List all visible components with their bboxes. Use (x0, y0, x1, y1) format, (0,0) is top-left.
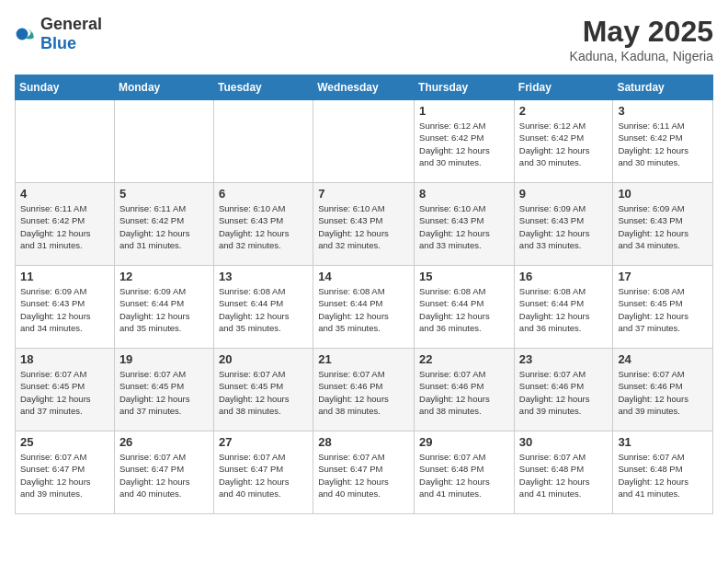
calendar-table: SundayMondayTuesdayWednesdayThursdayFrid… (15, 75, 713, 514)
calendar-week-row: 1Sunrise: 6:12 AMSunset: 6:42 PMDaylight… (16, 100, 713, 183)
calendar-cell: 8Sunrise: 6:10 AMSunset: 6:43 PMDaylight… (415, 183, 515, 266)
day-info: Sunrise: 6:07 AMSunset: 6:47 PMDaylight:… (318, 451, 409, 500)
calendar-cell: 5Sunrise: 6:11 AMSunset: 6:42 PMDaylight… (114, 183, 213, 266)
calendar-cell: 2Sunrise: 6:12 AMSunset: 6:42 PMDaylight… (514, 100, 613, 183)
day-of-week-header: Saturday (613, 75, 713, 100)
day-of-week-header: Wednesday (313, 75, 415, 100)
calendar-week-row: 11Sunrise: 6:09 AMSunset: 6:43 PMDayligh… (16, 266, 713, 349)
day-info: Sunrise: 6:12 AMSunset: 6:42 PMDaylight:… (419, 120, 509, 168)
day-info: Sunrise: 6:10 AMSunset: 6:43 PMDaylight:… (318, 202, 409, 251)
calendar-cell: 14Sunrise: 6:08 AMSunset: 6:44 PMDayligh… (313, 266, 415, 349)
calendar-cell: 29Sunrise: 6:07 AMSunset: 6:48 PMDayligh… (415, 431, 515, 514)
day-info: Sunrise: 6:08 AMSunset: 6:44 PMDaylight:… (318, 285, 409, 334)
page-header: General Blue May 2025 Kaduna, Kaduna, Ni… (15, 15, 713, 63)
title-block: May 2025 Kaduna, Kaduna, Nigeria (570, 15, 713, 63)
calendar-cell: 28Sunrise: 6:07 AMSunset: 6:47 PMDayligh… (313, 431, 415, 514)
calendar-cell: 16Sunrise: 6:08 AMSunset: 6:44 PMDayligh… (514, 266, 613, 349)
calendar-cell: 18Sunrise: 6:07 AMSunset: 6:45 PMDayligh… (16, 349, 115, 431)
calendar-cell: 11Sunrise: 6:09 AMSunset: 6:43 PMDayligh… (16, 266, 115, 349)
day-number: 8 (419, 187, 509, 201)
day-info: Sunrise: 6:07 AMSunset: 6:45 PMDaylight:… (119, 368, 209, 417)
day-info: Sunrise: 6:07 AMSunset: 6:48 PMDaylight:… (519, 451, 609, 500)
day-info: Sunrise: 6:07 AMSunset: 6:46 PMDaylight:… (519, 368, 609, 417)
calendar-cell (313, 100, 415, 183)
day-number: 21 (318, 352, 409, 366)
day-number: 26 (119, 435, 209, 449)
day-number: 13 (219, 270, 308, 283)
day-number: 4 (20, 187, 109, 201)
calendar-cell: 13Sunrise: 6:08 AMSunset: 6:44 PMDayligh… (213, 266, 313, 349)
day-number: 16 (519, 270, 609, 283)
day-number: 14 (318, 270, 409, 283)
day-info: Sunrise: 6:08 AMSunset: 6:44 PMDaylight:… (219, 285, 308, 334)
calendar-cell (16, 100, 115, 183)
logo-blue: Blue (40, 34, 76, 52)
day-info: Sunrise: 6:07 AMSunset: 6:47 PMDaylight:… (119, 451, 209, 500)
day-info: Sunrise: 6:08 AMSunset: 6:44 PMDaylight:… (519, 285, 609, 334)
day-of-week-header: Thursday (415, 75, 515, 100)
day-number: 12 (119, 270, 209, 283)
day-number: 24 (618, 352, 708, 366)
calendar-cell: 19Sunrise: 6:07 AMSunset: 6:45 PMDayligh… (114, 349, 213, 431)
logo: General Blue (15, 15, 102, 53)
calendar-cell: 7Sunrise: 6:10 AMSunset: 6:43 PMDaylight… (313, 183, 415, 266)
day-number: 2 (519, 104, 609, 118)
calendar-cell: 21Sunrise: 6:07 AMSunset: 6:46 PMDayligh… (313, 349, 415, 431)
day-number: 20 (219, 352, 308, 366)
calendar-cell: 26Sunrise: 6:07 AMSunset: 6:47 PMDayligh… (114, 431, 213, 514)
day-number: 29 (419, 435, 509, 449)
calendar-cell: 3Sunrise: 6:11 AMSunset: 6:42 PMDaylight… (613, 100, 713, 183)
day-number: 10 (618, 187, 708, 201)
calendar-cell: 20Sunrise: 6:07 AMSunset: 6:45 PMDayligh… (213, 349, 313, 431)
day-info: Sunrise: 6:11 AMSunset: 6:42 PMDaylight:… (618, 120, 708, 168)
logo-icon (15, 23, 37, 45)
day-number: 27 (219, 435, 308, 449)
day-number: 18 (20, 352, 109, 366)
day-number: 23 (519, 352, 609, 366)
day-info: Sunrise: 6:09 AMSunset: 6:43 PMDaylight:… (618, 202, 708, 251)
day-of-week-header: Tuesday (213, 75, 313, 100)
day-number: 6 (219, 187, 308, 201)
calendar-cell: 4Sunrise: 6:11 AMSunset: 6:42 PMDaylight… (16, 183, 115, 266)
day-info: Sunrise: 6:07 AMSunset: 6:48 PMDaylight:… (419, 451, 509, 500)
day-number: 9 (519, 187, 609, 201)
day-number: 3 (618, 104, 708, 118)
day-number: 7 (318, 187, 409, 201)
calendar-week-row: 18Sunrise: 6:07 AMSunset: 6:45 PMDayligh… (16, 349, 713, 431)
logo-text: General Blue (40, 15, 102, 53)
day-info: Sunrise: 6:07 AMSunset: 6:47 PMDaylight:… (219, 451, 308, 500)
calendar-week-row: 25Sunrise: 6:07 AMSunset: 6:47 PMDayligh… (16, 431, 713, 514)
day-of-week-header: Sunday (16, 75, 115, 100)
calendar-header-row: SundayMondayTuesdayWednesdayThursdayFrid… (16, 75, 713, 100)
calendar-cell: 6Sunrise: 6:10 AMSunset: 6:43 PMDaylight… (213, 183, 313, 266)
calendar-cell (114, 100, 213, 183)
day-info: Sunrise: 6:12 AMSunset: 6:42 PMDaylight:… (519, 120, 609, 168)
calendar-cell: 22Sunrise: 6:07 AMSunset: 6:46 PMDayligh… (415, 349, 515, 431)
calendar-cell: 27Sunrise: 6:07 AMSunset: 6:47 PMDayligh… (213, 431, 313, 514)
day-info: Sunrise: 6:07 AMSunset: 6:48 PMDaylight:… (618, 451, 708, 500)
location: Kaduna, Kaduna, Nigeria (570, 49, 713, 63)
calendar-cell: 10Sunrise: 6:09 AMSunset: 6:43 PMDayligh… (613, 183, 713, 266)
day-info: Sunrise: 6:07 AMSunset: 6:46 PMDaylight:… (419, 368, 509, 417)
month-year: May 2025 (570, 15, 713, 49)
day-info: Sunrise: 6:11 AMSunset: 6:42 PMDaylight:… (119, 202, 209, 251)
calendar-cell: 12Sunrise: 6:09 AMSunset: 6:44 PMDayligh… (114, 266, 213, 349)
day-number: 17 (618, 270, 708, 283)
calendar-week-row: 4Sunrise: 6:11 AMSunset: 6:42 PMDaylight… (16, 183, 713, 266)
calendar-cell: 1Sunrise: 6:12 AMSunset: 6:42 PMDaylight… (415, 100, 515, 183)
calendar-cell (213, 100, 313, 183)
day-info: Sunrise: 6:09 AMSunset: 6:43 PMDaylight:… (20, 285, 109, 334)
day-info: Sunrise: 6:08 AMSunset: 6:45 PMDaylight:… (618, 285, 708, 334)
day-info: Sunrise: 6:07 AMSunset: 6:45 PMDaylight:… (219, 368, 308, 417)
calendar-cell: 31Sunrise: 6:07 AMSunset: 6:48 PMDayligh… (613, 431, 713, 514)
day-number: 22 (419, 352, 509, 366)
calendar-cell: 25Sunrise: 6:07 AMSunset: 6:47 PMDayligh… (16, 431, 115, 514)
day-info: Sunrise: 6:10 AMSunset: 6:43 PMDaylight:… (219, 202, 308, 251)
day-of-week-header: Monday (114, 75, 213, 100)
day-of-week-header: Friday (514, 75, 613, 100)
day-number: 5 (119, 187, 209, 201)
calendar-cell: 15Sunrise: 6:08 AMSunset: 6:44 PMDayligh… (415, 266, 515, 349)
calendar-cell: 30Sunrise: 6:07 AMSunset: 6:48 PMDayligh… (514, 431, 613, 514)
day-info: Sunrise: 6:10 AMSunset: 6:43 PMDaylight:… (419, 202, 509, 251)
calendar-cell: 24Sunrise: 6:07 AMSunset: 6:46 PMDayligh… (613, 349, 713, 431)
